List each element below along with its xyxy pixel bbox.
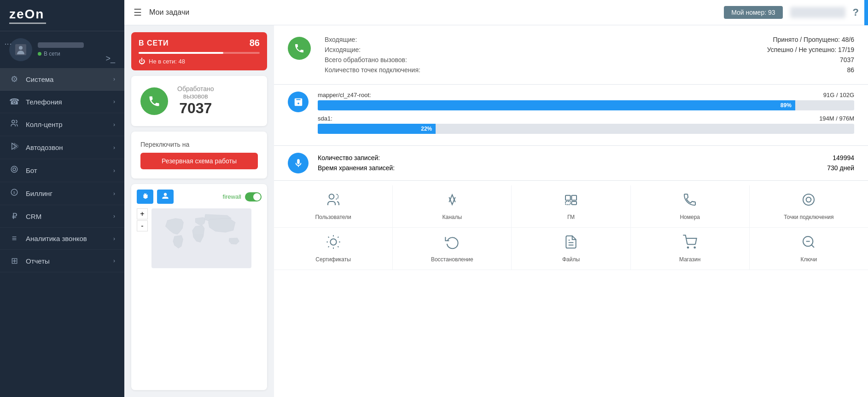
icon-numbers[interactable]: Номера: [631, 185, 750, 227]
firewall-label: firewall: [223, 193, 241, 200]
stat-connections-label: Количество точек подключения:: [325, 66, 420, 74]
sidebar-item-avtozvon[interactable]: Автодозвон ›: [0, 136, 124, 159]
disk-icon: [288, 92, 309, 112]
sidebar: zeOn ⋮ В сети >_ ⚙ Система › ☎: [0, 0, 124, 397]
rec-storage-value: 730 дней: [827, 164, 854, 172]
disk-mapper-bar: 89%: [318, 100, 854, 110]
map-controls: + -: [137, 208, 148, 268]
header: ☰ Мои задачи Мой номер: 93 ?: [124, 0, 868, 25]
stats-phone-icon: [288, 37, 311, 60]
status-dot: [38, 52, 41, 56]
sidebar-item-sistema[interactable]: ⚙ Система ›: [0, 68, 124, 91]
certificates-label: Сертификаты: [315, 256, 351, 263]
status-bar-bg: [139, 52, 260, 54]
map-card: firewall + -: [131, 184, 267, 390]
svg-rect-11: [571, 196, 577, 201]
icon-gm[interactable]: ГМ: [512, 185, 630, 227]
sidebar-item-koll-tsentr[interactable]: Колл-центр ›: [0, 113, 124, 136]
user-button[interactable]: [157, 190, 174, 204]
sidebar-item-label: CRM: [26, 213, 107, 220]
stat-row-connections: Количество точек подключения: 86: [325, 65, 854, 75]
gm-icon: [564, 192, 578, 210]
chevron-right-icon: ›: [113, 98, 115, 105]
sidebar-item-otchety[interactable]: ⊞ Отчеты ›: [0, 250, 124, 272]
koll-tsentr-icon: [9, 119, 19, 130]
icons-row-1: Пользователи Каналы: [274, 185, 868, 228]
profile-name-blurred: [38, 42, 84, 48]
zoom-out-button[interactable]: -: [137, 220, 148, 231]
help-button[interactable]: ?: [853, 6, 859, 18]
sidebar-item-label: Отчеты: [26, 257, 107, 265]
svg-point-15: [806, 197, 811, 202]
power-icon: ⏻: [139, 58, 145, 65]
blue-accent-tab: [864, 0, 868, 25]
sidebar-item-bot[interactable]: Бот ›: [0, 159, 124, 182]
left-panel: В СЕТИ 86 ⏻ Не в сети: 48: [124, 25, 274, 397]
users-label: Пользователи: [315, 214, 351, 220]
sidebar-item-label: Бот: [26, 167, 107, 174]
stat-total-label: Всего обработано вызовов:: [325, 56, 407, 63]
icon-shop[interactable]: Магазин: [631, 228, 750, 270]
sidebar-item-label: Телефония: [26, 98, 107, 106]
svg-point-2: [12, 120, 15, 123]
chevron-right-icon: ›: [113, 76, 115, 82]
sidebar-profile: ⋮ В сети >_: [0, 31, 124, 68]
icon-users[interactable]: Пользователи: [274, 185, 393, 227]
svg-text:$: $: [13, 190, 16, 195]
keys-icon: [801, 235, 816, 253]
chevron-right-icon: ›: [113, 144, 115, 151]
disk-sda1-fill: 22%: [318, 124, 436, 134]
stat-row-total: Всего обработано вызовов: 7037: [325, 55, 854, 65]
icon-files[interactable]: Файлы: [512, 228, 630, 270]
icons-row-2: Сертификаты Восстановление: [274, 228, 868, 270]
sidebar-item-telefonia[interactable]: ☎ Телефония ›: [0, 91, 124, 113]
stat-incoming-value: Принято / Пропущено: 48/6: [773, 36, 854, 43]
icon-restore[interactable]: Восстановление: [393, 228, 512, 270]
firewall-toggle[interactable]: [245, 192, 262, 201]
three-dots-icon: ⋮: [4, 40, 12, 46]
svg-point-5: [11, 166, 17, 173]
stat-outgoing-label: Исходящие:: [325, 46, 361, 53]
calls-count: 7037: [177, 100, 214, 117]
calls-label1: Обработано: [177, 85, 214, 92]
hamburger-icon[interactable]: ☰: [134, 7, 142, 18]
status-count: 86: [250, 38, 260, 48]
status-label: В сети: [44, 51, 60, 57]
status-bar-fill: [139, 52, 223, 54]
calls-card: Обработано вызовов 7037: [131, 76, 267, 126]
telefonia-icon: ☎: [9, 97, 19, 107]
sidebar-item-label: Автодозвон: [26, 144, 107, 151]
map-toolbar: firewall: [137, 190, 262, 204]
bug-button[interactable]: [137, 190, 153, 204]
files-icon: [564, 235, 578, 253]
map-content: + -: [137, 208, 262, 268]
zoom-in-button[interactable]: +: [137, 208, 148, 219]
switch-button[interactable]: Резервная схема работы: [140, 153, 258, 169]
logo-underline: [9, 23, 46, 24]
connection-points-label: Точки подключения: [784, 214, 833, 220]
sidebar-item-billing[interactable]: $ Биллинг ›: [0, 182, 124, 205]
svg-rect-12: [565, 201, 571, 205]
icon-keys[interactable]: Ключи: [750, 228, 868, 270]
icon-channels[interactable]: Каналы: [393, 185, 512, 227]
svg-point-20: [694, 247, 696, 248]
stats-section: Входящие: Принято / Пропущено: 48/6 Исхо…: [274, 25, 868, 85]
content-area: В СЕТИ 86 ⏻ Не в сети: 48: [124, 25, 868, 397]
disk-mapper-label: mapper/cl_z47-root:: [318, 92, 371, 98]
svg-line-22: [812, 245, 815, 247]
sidebar-item-analitika[interactable]: ≡ Аналитика звонков ›: [0, 228, 124, 250]
svg-point-6: [13, 168, 16, 171]
icon-certificates[interactable]: Сертификаты: [274, 228, 393, 270]
icon-connection-points[interactable]: Точки подключения: [750, 185, 868, 227]
sidebar-item-crm[interactable]: ₽ CRM ›: [0, 205, 124, 228]
recordings-section: Количество записей: 149994 Время хранени…: [274, 146, 868, 181]
channels-icon: [445, 192, 460, 210]
terminal-icon[interactable]: >_: [105, 54, 115, 63]
sidebar-item-label: Система: [26, 75, 107, 83]
gm-label: ГМ: [567, 214, 575, 220]
sistema-icon: ⚙: [9, 74, 19, 84]
disk-sda1-value: 194M / 976M: [819, 115, 854, 122]
calls-label2: вызовов: [177, 92, 214, 100]
keys-label: Ключи: [801, 256, 817, 263]
stat-connections-value: 86: [847, 66, 854, 74]
